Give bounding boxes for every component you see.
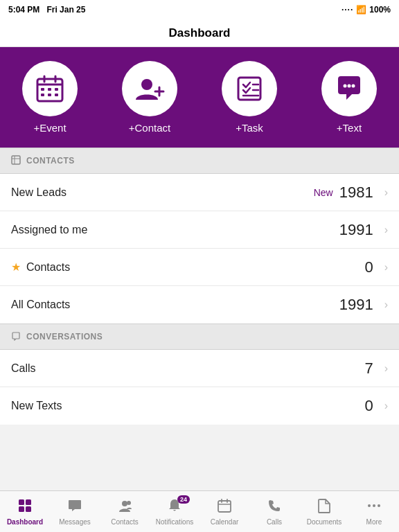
add-event-button[interactable]: +Event <box>22 61 78 134</box>
task-list-icon <box>234 73 265 104</box>
contacts-list: New Leads New 1981 › Assigned to me 1991… <box>0 174 399 323</box>
calls-chevron: › <box>384 362 388 375</box>
svg-rect-25 <box>19 506 24 512</box>
svg-point-34 <box>373 504 375 507</box>
tab-calls-label: Calls <box>267 518 282 526</box>
svg-rect-29 <box>218 501 231 512</box>
add-task-button[interactable]: +Task <box>222 61 277 134</box>
star-contacts-count: 0 <box>339 258 373 276</box>
documents-icon <box>317 498 332 517</box>
svg-rect-8 <box>48 94 51 96</box>
messages-icon <box>67 498 82 517</box>
tab-messages[interactable]: Messages <box>55 498 94 526</box>
dashboard-icon <box>17 498 33 517</box>
all-contacts-count: 1991 <box>339 296 373 314</box>
contacts-icon <box>117 498 132 517</box>
assigned-to-me-chevron: › <box>384 224 388 236</box>
svg-point-33 <box>368 504 371 507</box>
svg-point-35 <box>378 504 380 507</box>
tab-calls[interactable]: Calls <box>255 498 294 526</box>
new-texts-chevron: › <box>384 400 388 412</box>
calls-tab-icon <box>267 498 282 517</box>
notifications-badge: 24 <box>177 495 190 504</box>
star-contacts-chevron: › <box>384 261 388 274</box>
assigned-to-me-row[interactable]: Assigned to me 1991 › <box>0 211 399 249</box>
tab-documents[interactable]: Documents <box>305 498 344 526</box>
svg-rect-5 <box>48 88 51 91</box>
app-header: Dashboard <box>0 19 399 47</box>
conversations-section-icon <box>11 331 21 343</box>
new-texts-label: New Texts <box>11 400 339 412</box>
star-contacts-right: 0 › <box>339 258 388 276</box>
add-contact-label: +Contact <box>129 122 170 134</box>
new-leads-badge: New <box>314 187 333 198</box>
star-contacts-label: ★ Contacts <box>11 260 339 274</box>
svg-rect-7 <box>41 94 44 96</box>
assigned-to-me-right: 1991 › <box>339 221 388 239</box>
tab-calendar[interactable]: Calendar <box>205 498 244 526</box>
add-text-label: +Text <box>337 122 362 134</box>
tab-bar: Dashboard Messages Contacts 24 Notificat… <box>0 490 399 532</box>
svg-point-10 <box>141 79 152 90</box>
assigned-to-me-count: 1991 <box>339 221 373 239</box>
svg-rect-4 <box>41 88 44 91</box>
calls-right: 7 › <box>339 360 388 378</box>
action-bar: +Event +Contact <box>0 47 399 148</box>
person-add-icon <box>134 73 165 104</box>
new-leads-label: New Leads <box>11 186 314 199</box>
svg-point-19 <box>352 85 355 88</box>
new-texts-row[interactable]: New Texts 0 › <box>0 387 399 425</box>
add-text-button[interactable]: +Text <box>321 61 377 134</box>
calendar-icon <box>35 73 65 104</box>
svg-rect-26 <box>26 506 31 512</box>
all-contacts-right: 1991 › <box>339 296 388 314</box>
new-leads-chevron: › <box>384 186 388 199</box>
svg-rect-24 <box>26 499 31 505</box>
tab-contacts-label: Contacts <box>111 518 138 526</box>
star-icon: ★ <box>11 260 21 274</box>
new-texts-count: 0 <box>339 397 373 415</box>
add-contact-button[interactable]: +Contact <box>122 61 177 134</box>
all-contacts-label: All Contacts <box>11 299 339 311</box>
calls-label: Calls <box>11 362 339 375</box>
tab-messages-label: Messages <box>59 518 91 526</box>
svg-rect-23 <box>19 499 24 505</box>
tab-documents-label: Documents <box>307 518 342 526</box>
new-leads-right: New 1981 › <box>314 184 388 202</box>
assigned-to-me-label: Assigned to me <box>11 224 339 236</box>
svg-rect-6 <box>55 88 58 91</box>
status-bar: 5:04 PM Fri Jan 25 ···· 📶 100% <box>0 0 399 19</box>
add-contact-circle <box>122 61 177 116</box>
add-event-label: +Event <box>33 122 66 134</box>
calendar-tab-icon <box>217 498 232 517</box>
page-title: Dashboard <box>169 26 231 40</box>
calls-count: 7 <box>339 360 373 378</box>
add-text-circle <box>321 61 377 116</box>
tab-notifications-label: Notifications <box>156 518 193 526</box>
all-contacts-row[interactable]: All Contacts 1991 › <box>0 286 399 323</box>
tab-notifications[interactable]: 24 Notifications <box>155 498 194 526</box>
new-texts-right: 0 › <box>339 397 388 415</box>
wifi-icon: 📶 <box>356 5 366 15</box>
calls-row[interactable]: Calls 7 › <box>0 350 399 387</box>
conversations-section-title: CONVERSATIONS <box>26 332 103 342</box>
star-contacts-row[interactable]: ★ Contacts 0 › <box>0 249 399 286</box>
tab-more-label: More <box>366 518 382 526</box>
tab-more[interactable]: More <box>355 498 393 526</box>
signal-icon: ···· <box>342 5 353 15</box>
more-icon <box>366 498 382 517</box>
tab-dashboard[interactable]: Dashboard <box>6 498 44 526</box>
contacts-section-icon <box>11 155 21 167</box>
svg-rect-20 <box>12 156 20 164</box>
conversations-list: Calls 7 › New Texts 0 › <box>0 350 399 425</box>
tab-contacts[interactable]: Contacts <box>105 498 144 526</box>
conversations-section-header: CONVERSATIONS <box>0 323 399 350</box>
status-time: 5:04 PM Fri Jan 25 <box>8 5 85 15</box>
all-contacts-chevron: › <box>384 299 388 311</box>
svg-point-18 <box>348 85 351 88</box>
battery-icon: 100% <box>369 5 391 15</box>
chat-icon <box>334 73 364 104</box>
new-leads-row[interactable]: New Leads New 1981 › <box>0 174 399 211</box>
contacts-section-header: CONTACTS <box>0 148 399 174</box>
svg-point-17 <box>344 85 347 88</box>
